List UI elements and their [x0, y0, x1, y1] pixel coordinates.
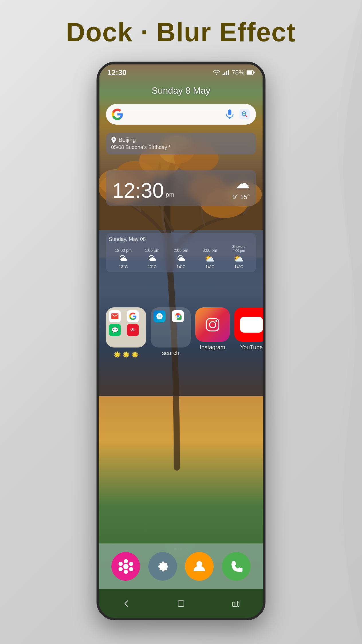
svg-point-24: [209, 321, 216, 328]
svg-rect-16: [228, 109, 231, 115]
forecast-hour-1: 12:00 pm 🌥 13°C: [109, 248, 138, 269]
status-bar: 12:30 78%: [99, 64, 263, 81]
temp-display: 9° 15°: [233, 193, 250, 201]
edge-icon: [154, 310, 166, 322]
dock-app-contacts[interactable]: [185, 552, 214, 581]
google-logo: [112, 109, 123, 120]
dock-phone-icon[interactable]: [222, 552, 251, 581]
forecast-hour-5: Showers4:00 pm ⛅ 14°C: [224, 245, 253, 269]
page-title: Dock · Blur Effect: [66, 17, 296, 47]
svg-point-29: [124, 570, 128, 574]
weibo-icon: 👁: [127, 324, 139, 336]
youtube-container: YouTube: [234, 307, 265, 358]
dock-app-settings[interactable]: [148, 552, 177, 581]
app-folder-1[interactable]: 💬 👁: [106, 307, 146, 347]
instagram-label: Instagram: [200, 344, 225, 351]
search-folder-container: search: [151, 307, 191, 358]
svg-point-30: [119, 567, 123, 571]
svg-rect-37: [238, 602, 239, 606]
location-text: Beijing: [119, 137, 136, 143]
status-time: 12:30: [107, 68, 127, 77]
forecast-day: Sunday, May 08: [109, 236, 146, 242]
microphone-icon[interactable]: [224, 109, 235, 120]
svg-point-21: [113, 138, 115, 140]
svg-point-32: [123, 564, 128, 569]
recents-button[interactable]: [227, 595, 244, 612]
gmail-icon: [109, 310, 121, 322]
dock-contacts-icon[interactable]: [185, 552, 214, 581]
clock-ampm: pm: [166, 191, 174, 199]
instagram-icon[interactable]: [195, 307, 230, 342]
location-icon: [111, 137, 116, 143]
forecast-hours: 12:00 pm 🌥 13°C 1:00 pm 🌥 13°C 2:00 pm 🌥…: [109, 245, 253, 269]
svg-point-22: [177, 315, 179, 318]
dock-settings-icon[interactable]: [148, 552, 177, 581]
signal-icon: [223, 70, 229, 75]
dock: [99, 543, 263, 589]
svg-rect-15: [247, 71, 252, 74]
search-label: search: [162, 350, 179, 356]
search-folder[interactable]: [151, 307, 191, 347]
svg-rect-35: [233, 602, 235, 606]
clock-weather-widget: 12:30 pm ☁ 9° 15°: [106, 170, 256, 206]
dock-app-1[interactable]: [111, 552, 140, 581]
svg-point-31: [119, 562, 123, 566]
chrome-icon: [172, 310, 184, 322]
forecast-hour-4: 3:00 pm ⛅ 14°C: [195, 248, 224, 269]
status-icons: 78%: [213, 69, 255, 76]
weather-icon: ☁: [235, 175, 250, 192]
dock-app-phone[interactable]: [222, 552, 251, 581]
clock-time: 12:30: [112, 180, 164, 201]
nav-bar: [99, 589, 263, 618]
svg-rect-10: [224, 72, 225, 75]
info-widget: Beijing 05/08 Buddha's Birthday *: [106, 133, 256, 154]
svg-point-25: [215, 320, 217, 322]
svg-rect-9: [223, 74, 224, 75]
svg-rect-36: [235, 601, 237, 606]
svg-point-27: [129, 562, 133, 566]
svg-point-28: [129, 567, 133, 571]
back-button[interactable]: [118, 595, 135, 612]
youtube-icon[interactable]: [234, 307, 265, 342]
search-bar[interactable]: [106, 104, 256, 125]
phone-mockup: 12:30 78% Sunday 8 May: [97, 62, 265, 620]
svg-rect-12: [228, 70, 229, 75]
lens-icon[interactable]: [239, 109, 250, 120]
wechat-icon: 💬: [109, 324, 121, 336]
dock-icon-1[interactable]: [111, 552, 140, 581]
home-button[interactable]: [172, 595, 190, 612]
instagram-container: Instagram: [195, 307, 230, 358]
date-widget: Sunday 8 May: [99, 85, 263, 96]
google-icon: [127, 310, 139, 322]
svg-point-26: [124, 559, 128, 563]
battery-text: 78%: [232, 69, 244, 76]
svg-rect-11: [226, 71, 227, 75]
youtube-label: YouTube: [240, 344, 263, 351]
app-grid: 💬 👁 🌟 🌟 🌟: [106, 307, 256, 358]
wifi-icon: [213, 70, 220, 75]
forecast-hour-3: 2:00 pm 🌥 14°C: [167, 248, 196, 269]
svg-rect-19: [239, 109, 250, 119]
forecast-bar: Sunday, May 08 12:00 pm 🌥 13°C 1:00 pm 🌥…: [106, 233, 256, 272]
battery-icon: [247, 70, 255, 75]
svg-rect-14: [253, 72, 255, 73]
date-event-text: 05/08 Buddha's Birthday *: [111, 144, 251, 150]
forecast-hour-2: 1:00 pm 🌥 13°C: [138, 248, 167, 269]
svg-rect-34: [178, 601, 184, 606]
